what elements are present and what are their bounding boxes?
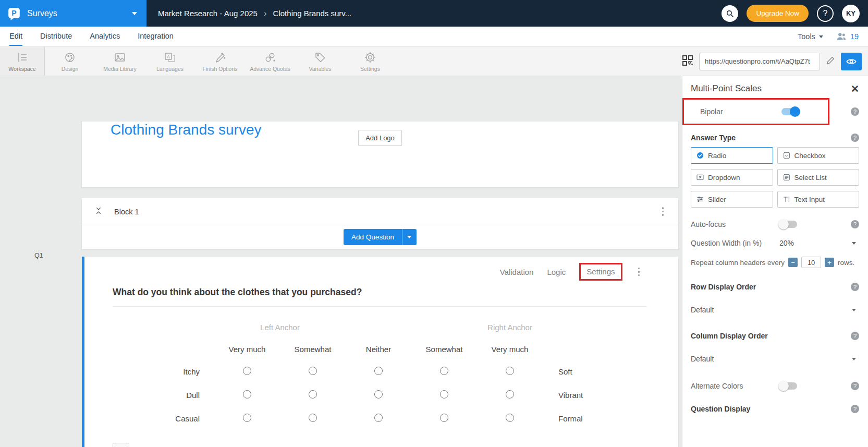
add-logo-button[interactable]: Add Logo <box>358 130 402 146</box>
answer-type-options: Radio Checkbox Dropdown <box>691 147 859 208</box>
question-width-value: 20% <box>779 239 794 247</box>
row-display-order-label: Row Display Order <box>691 283 756 291</box>
radio-option[interactable] <box>243 414 251 422</box>
survey-canvas: Q1 Add Logo Clothing Brands survey Block… <box>0 76 682 447</box>
increment-button[interactable]: + <box>825 258 834 267</box>
preview-button[interactable] <box>841 53 862 70</box>
question-text[interactable]: What do you think about the clothes that… <box>113 287 647 298</box>
survey-url-input[interactable] <box>699 53 820 70</box>
svg-text:A: A <box>167 54 170 59</box>
chevron-down-icon[interactable] <box>132 12 137 15</box>
toolbar-finish-options[interactable]: Finish Options <box>195 47 245 76</box>
toolbar-workspace[interactable]: Workspace <box>0 47 45 76</box>
tools-menu[interactable]: Tools <box>798 32 823 41</box>
help-icon[interactable]: ? <box>851 382 859 390</box>
radio-option[interactable] <box>506 390 514 398</box>
answer-type-dropdown[interactable]: Dropdown <box>691 169 773 186</box>
radio-option[interactable] <box>374 367 383 375</box>
radio-option[interactable] <box>243 367 251 375</box>
qr-code-icon[interactable] <box>681 54 694 69</box>
toolbar-media-library[interactable]: Media Library <box>95 47 145 76</box>
right-anchor-label: Right Anchor <box>487 323 532 332</box>
answer-type-checkbox[interactable]: Checkbox <box>777 147 860 164</box>
edit-url-icon[interactable] <box>825 55 836 68</box>
palette-icon <box>64 51 76 64</box>
radio-option[interactable] <box>506 414 514 422</box>
add-question-button[interactable]: Add Question <box>344 229 417 245</box>
block-menu-icon[interactable] <box>660 205 666 218</box>
row-display-order-select[interactable]: Default <box>691 306 859 314</box>
block-title[interactable]: Block 1 <box>114 208 139 216</box>
matrix-row: Itchy Soft <box>113 360 621 383</box>
toolbar-variables[interactable]: Variables <box>295 47 345 76</box>
tab-settings[interactable]: Settings <box>586 267 615 276</box>
answer-type-radio[interactable]: Radio <box>691 147 773 164</box>
toolbar-design[interactable]: Design <box>45 47 95 76</box>
breadcrumb-survey[interactable]: Clothing Brands surv... <box>273 9 352 18</box>
annotation-box-bipolar: Bipolar <box>682 98 829 125</box>
upgrade-button[interactable]: Upgrade Now <box>747 5 809 22</box>
question-menu-icon[interactable] <box>636 265 642 279</box>
collapse-block-icon[interactable] <box>94 207 103 217</box>
help-icon[interactable]: ? <box>851 107 859 116</box>
radio-option[interactable] <box>309 390 317 398</box>
tab-logic[interactable]: Logic <box>547 268 566 276</box>
collaborators[interactable]: 19 <box>836 31 859 42</box>
add-question-dropdown[interactable] <box>402 229 417 245</box>
avatar[interactable]: KY <box>842 5 860 22</box>
radio-option[interactable] <box>309 414 317 422</box>
answer-type-slider[interactable]: Slider <box>691 191 773 208</box>
search-icon[interactable] <box>722 5 738 22</box>
radio-option[interactable] <box>374 414 383 422</box>
repeat-headers-input[interactable] <box>801 257 821 268</box>
text-input-icon <box>783 195 791 203</box>
radio-option[interactable] <box>309 367 317 375</box>
radio-option[interactable] <box>440 390 448 398</box>
select-list-icon <box>783 173 791 182</box>
annotation-box-settings: Settings <box>579 263 622 281</box>
breadcrumb-folder[interactable]: Market Research - Aug 2025 <box>158 9 258 18</box>
pen-icon <box>214 51 226 64</box>
nav-tabs: Edit Distribute Analytics Integration <box>9 27 174 46</box>
rows-suffix: rows. <box>838 259 854 267</box>
question-width-select[interactable]: Question Width (in %) 20% <box>691 239 859 247</box>
answer-type-select-list[interactable]: Select List <box>777 169 860 186</box>
tab-validation[interactable]: Validation <box>500 268 534 276</box>
question-width-label: Question Width (in %) <box>691 239 779 247</box>
tab-integration[interactable]: Integration <box>138 27 174 46</box>
autofocus-toggle[interactable] <box>779 221 797 228</box>
column-display-order-value: Default <box>691 355 714 363</box>
toolbar-languages[interactable]: A Languages <box>145 47 195 76</box>
gear-icon <box>364 51 376 64</box>
tab-analytics[interactable]: Analytics <box>90 27 120 46</box>
radio-option[interactable] <box>440 414 448 422</box>
editor-toolbar: Workspace Design Media Library A Languag… <box>0 47 868 76</box>
tab-edit[interactable]: Edit <box>9 27 22 46</box>
radio-option[interactable] <box>374 390 383 398</box>
tab-distribute[interactable]: Distribute <box>40 27 72 46</box>
close-icon[interactable]: ✕ <box>851 84 859 94</box>
bipolar-toggle[interactable] <box>781 108 799 115</box>
help-icon[interactable]: ? <box>817 5 834 22</box>
row-left-label: Casual <box>113 407 214 430</box>
column-header: Somewhat <box>426 345 463 354</box>
add-row-button[interactable]: + <box>113 443 129 447</box>
help-icon[interactable]: ? <box>851 405 859 413</box>
radio-option[interactable] <box>243 390 251 398</box>
toolbar-settings[interactable]: Settings <box>345 47 395 76</box>
help-icon[interactable]: ? <box>851 283 859 291</box>
alternate-colors-toggle[interactable] <box>779 382 797 390</box>
row-left-label: Itchy <box>113 360 214 383</box>
column-display-order-select[interactable]: Default <box>691 355 859 363</box>
answer-type-text-input[interactable]: Text Input <box>777 191 860 208</box>
radio-option[interactable] <box>440 367 448 375</box>
product-switcher[interactable]: P Surveys <box>0 0 146 27</box>
decrement-button[interactable]: − <box>788 258 798 267</box>
toolbar-advance-quotas[interactable]: Advance Quotas <box>245 47 295 76</box>
help-icon[interactable]: ? <box>851 134 859 142</box>
help-icon[interactable]: ? <box>851 220 859 228</box>
link-icon <box>264 51 276 64</box>
help-icon[interactable]: ? <box>851 332 859 340</box>
column-header: Very much <box>229 345 266 354</box>
radio-option[interactable] <box>506 367 514 375</box>
